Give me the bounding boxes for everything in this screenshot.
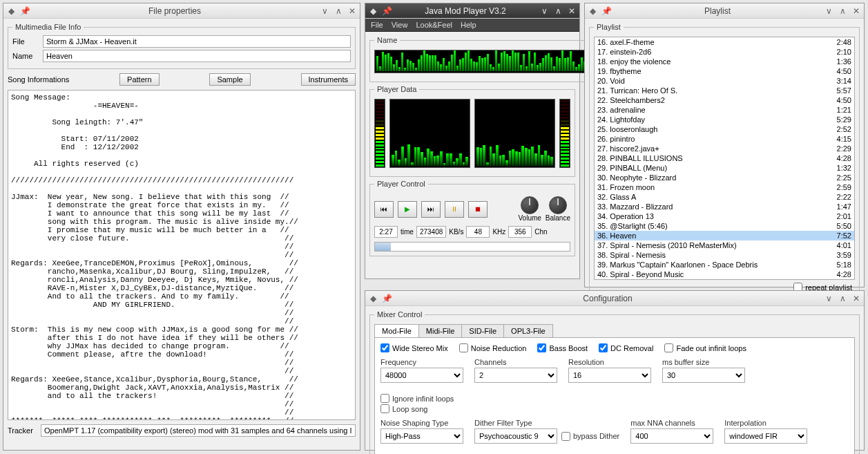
loop-song-checkbox[interactable]: Loop song	[380, 404, 477, 413]
playlist-item[interactable]: 18. enjoy the violence1:36	[595, 57, 854, 66]
maximize-icon[interactable]: ∧	[838, 294, 847, 303]
playlist-item[interactable]: 19. fbytheme4:50	[595, 66, 854, 76]
buffer-select[interactable]: 30	[662, 368, 745, 383]
tab-sid-file[interactable]: SID-File	[461, 324, 504, 337]
menu-lookfeel[interactable]: Look&Feel	[416, 21, 452, 29]
playerdata-label: Player Data	[374, 85, 419, 93]
dither-type-label: Dither Filter Type	[474, 419, 619, 427]
playlist-item[interactable]: 32. Glass A2:22	[595, 192, 854, 202]
instruments-button[interactable]: Instruments	[301, 73, 356, 86]
nna-select[interactable]: 400	[630, 428, 713, 444]
tracker-label: Tracker	[8, 426, 38, 435]
song-message-textarea[interactable]	[8, 90, 356, 420]
play-button[interactable]: ▶	[398, 201, 417, 218]
stop-button[interactable]: ⏹	[468, 201, 488, 218]
sample-button[interactable]: Sample	[209, 73, 250, 86]
playlist-item[interactable]: 40. Spiral - Beyond Music4:28	[595, 269, 854, 279]
pin-icon[interactable]: 📌	[382, 294, 392, 303]
pause-button[interactable]: ⏸	[445, 201, 464, 218]
playlist-item[interactable]: 39. Markus "Captain" Kaarlonen - Space D…	[595, 260, 854, 269]
name-label: Name	[12, 52, 40, 60]
playlist-item[interactable]: 17. einstein-2d62:10	[595, 47, 854, 57]
volume-label: Volume	[519, 214, 541, 222]
playlist-item[interactable]: 34. Operation 132:01	[595, 211, 854, 221]
playlist-header: Playlist	[594, 23, 624, 31]
config-titlebar[interactable]: ◆ 📌 Configuration ∨ ∧ ✕	[365, 291, 864, 306]
bass-boost-checkbox[interactable]: Bass Boost	[537, 343, 588, 352]
noise-shaping-label: Noise Shaping Type	[380, 419, 463, 427]
prev-button[interactable]: ⏮	[374, 201, 394, 218]
next-button[interactable]: ⏭	[421, 201, 441, 218]
menu-file[interactable]: File	[371, 21, 383, 29]
bypass-dither-checkbox[interactable]: bypass Dither	[561, 432, 619, 441]
playlist-item[interactable]: 23. adrenaline1:21	[595, 105, 854, 115]
close-icon[interactable]: ✕	[851, 294, 861, 303]
progress-bar[interactable]	[374, 242, 570, 252]
playlist-item[interactable]: 22. Steelchambers24:50	[595, 95, 854, 105]
tab-mod-file[interactable]: Mod-File	[374, 324, 419, 337]
freq-select[interactable]: 48000	[380, 368, 463, 383]
player-menubar: File View Look&Feel Help	[365, 19, 579, 32]
maximize-icon[interactable]: ∧	[838, 6, 847, 16]
close-icon[interactable]: ✕	[347, 6, 357, 16]
file-label: File	[12, 37, 40, 46]
file-input[interactable]	[43, 35, 351, 48]
playlist-item[interactable]: 24. Lightofday5:29	[595, 115, 854, 124]
minimize-icon[interactable]: ∨	[320, 6, 329, 16]
noise-reduction-checkbox[interactable]: Noise Reduction	[459, 343, 527, 352]
ignore-loops-checkbox[interactable]: Ignore infinit loops	[380, 394, 477, 403]
channels-select[interactable]: 2	[474, 368, 557, 383]
playlist-item[interactable]: 29. PINBALL (Menu)1:32	[595, 163, 854, 173]
window-title: Playlist	[615, 6, 820, 16]
playlist-item[interactable]: 28. PINBALL ILLUSIONS4:28	[595, 153, 854, 163]
fadeout-loops-checkbox[interactable]: Fade out infinit loops	[664, 343, 746, 352]
noise-shaping-select[interactable]: High-Pass	[380, 428, 463, 444]
player-titlebar[interactable]: ◆ 📌 Java Mod Player V3.2 ∨ ∧ ✕	[365, 3, 579, 19]
playlist-item[interactable]: 35. @Starlight (5:46)5:50	[595, 221, 854, 231]
menu-view[interactable]: View	[392, 21, 408, 29]
pin-icon[interactable]: 📌	[382, 6, 392, 16]
wide-stereo-checkbox[interactable]: Wide Stereo Mix	[380, 343, 448, 352]
playlist-item[interactable]: 27. hiscore2.java+2:29	[595, 144, 854, 153]
playlist-item[interactable]: 21. Turrican: Hero Of S.5:57	[595, 86, 854, 95]
window-title: Java Mod Player V3.2	[396, 6, 535, 16]
minimize-icon[interactable]: ∨	[539, 6, 549, 16]
tab-midi-file[interactable]: Midi-File	[418, 324, 463, 337]
playlist-item[interactable]: 20. Void3:14	[595, 76, 854, 86]
volume-knob[interactable]	[521, 196, 539, 214]
tracker-input[interactable]	[41, 424, 356, 437]
balance-knob[interactable]	[549, 196, 567, 214]
menu-help[interactable]: Help	[461, 21, 476, 29]
name-input[interactable]	[43, 50, 351, 62]
playlist-item[interactable]: 33. Mazzard - Blizzard1:47	[595, 202, 854, 211]
playlist-item[interactable]: 37. Spiral - Nemesis (2010 ReMasterMix)4…	[595, 240, 854, 250]
playlist-item[interactable]: 26. pinintro4:15	[595, 134, 854, 144]
maximize-icon[interactable]: ∧	[553, 6, 563, 16]
playlist-item[interactable]: 30. Neophyte - Blizzard2:25	[595, 173, 854, 182]
resolution-select[interactable]: 16	[568, 368, 651, 383]
pattern-button[interactable]: Pattern	[119, 73, 159, 86]
dither-type-select[interactable]: Psychoacoustic 9	[474, 428, 557, 444]
playlist-item[interactable]: 36. Heaven7:52	[595, 231, 854, 240]
minimize-icon[interactable]: ∨	[824, 294, 833, 303]
close-icon[interactable]: ✕	[567, 6, 577, 16]
file-properties-titlebar[interactable]: ◆ 📌 File properties ∨ ∧ ✕	[3, 3, 360, 19]
app-icon: ◆	[368, 6, 378, 16]
time-value: 2:27	[374, 226, 398, 238]
tab-opl3-file[interactable]: OPL3-File	[503, 324, 553, 337]
pin-icon[interactable]: 📌	[601, 6, 611, 16]
playlist-titlebar[interactable]: ◆ 📌 Playlist ∨ ∧ ✕	[585, 3, 864, 19]
dc-removal-checkbox[interactable]: DC Removal	[599, 343, 653, 352]
maximize-icon[interactable]: ∧	[334, 6, 343, 16]
playlist-item[interactable]: 25. looseronlaugh2:52	[595, 124, 854, 134]
minimize-icon[interactable]: ∨	[824, 6, 833, 16]
playlist-list[interactable]: 16. axel.F-theme2:4817. einstein-2d62:10…	[594, 37, 855, 280]
khz-value: 48	[466, 226, 490, 238]
file-properties-window: ◆ 📌 File properties ∨ ∧ ✕ Multimedia Fil…	[3, 3, 360, 451]
playlist-item[interactable]: 38. Spiral - Nemesis3:59	[595, 250, 854, 260]
playlist-item[interactable]: 31. Frozen moon2:59	[595, 182, 854, 192]
pin-icon[interactable]: 📌	[20, 6, 30, 16]
interpolation-select[interactable]: windowed FIR	[724, 428, 807, 444]
playlist-item[interactable]: 16. axel.F-theme2:48	[595, 37, 854, 47]
close-icon[interactable]: ✕	[851, 6, 861, 16]
